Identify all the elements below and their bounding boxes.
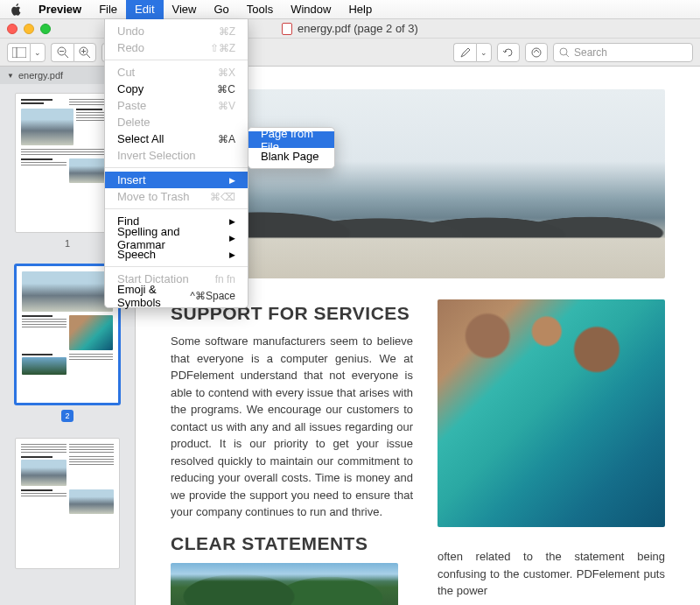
window-title: energy.pdf (page 2 of 3) [298, 22, 418, 35]
highlight-dropdown-button[interactable]: ⌄ [476, 43, 492, 62]
disclosure-triangle-icon: ▼ [7, 72, 14, 80]
menu-redo: Redo⇧⌘Z [105, 39, 248, 56]
menubar-file[interactable]: File [90, 0, 126, 19]
zoom-out-button[interactable] [51, 43, 74, 62]
sidebar-toggle-button[interactable] [7, 43, 30, 62]
svg-line-6 [87, 54, 90, 58]
section-heading-clear: CLEAR STATEMENTS [171, 533, 413, 554]
zoom-in-icon [79, 46, 91, 59]
page-number-badge: 2 [61, 410, 74, 422]
rotate-icon [502, 46, 514, 59]
markup-icon [530, 46, 542, 59]
markup-button[interactable] [525, 43, 548, 62]
minimize-window-button[interactable] [24, 24, 34, 34]
menubar-window[interactable]: Window [282, 0, 340, 19]
search-placeholder: Search [574, 46, 607, 59]
submenu-page-from-file[interactable]: Page from File… [248, 131, 334, 148]
page-thumbnail-3[interactable] [10, 438, 124, 569]
search-icon [559, 47, 570, 58]
search-input[interactable]: Search [553, 43, 693, 62]
menu-delete: Delete [105, 114, 248, 130]
menu-move-to-trash: Move to Trash⌘⌫ [105, 188, 248, 205]
menu-separator [105, 167, 248, 168]
submenu-arrow-icon: ▶ [229, 217, 235, 226]
menu-emoji[interactable]: Emoji & Symbols^⌘Space [105, 287, 248, 304]
menu-separator [105, 60, 248, 60]
page-number-label: 1 [65, 238, 70, 249]
pdf-file-icon [282, 23, 292, 35]
zoom-out-icon [57, 46, 69, 59]
highlight-button[interactable] [453, 43, 476, 62]
rotate-button[interactable] [497, 43, 520, 62]
highlighter-icon [459, 46, 472, 59]
menubar-tools[interactable]: Tools [238, 0, 282, 19]
menu-undo: Undo⌘Z [105, 23, 248, 39]
close-window-button[interactable] [7, 24, 18, 34]
forest-image [171, 563, 398, 606]
submenu-arrow-icon: ▶ [229, 250, 235, 259]
svg-rect-0 [12, 47, 26, 58]
zoom-in-button[interactable] [74, 43, 96, 62]
sidebar-dropdown-button[interactable]: ⌄ [30, 43, 46, 62]
svg-line-13 [566, 54, 569, 57]
menubar-go[interactable]: Go [205, 0, 237, 19]
menu-invert-selection: Invert Selection [105, 147, 248, 164]
sidebar-icon [12, 47, 26, 58]
beach-image [438, 299, 665, 527]
svg-line-3 [65, 54, 68, 58]
submenu-arrow-icon: ▶ [229, 176, 235, 185]
menubar-help[interactable]: Help [340, 0, 381, 19]
menu-select-all[interactable]: Select All⌘A [105, 130, 248, 147]
traffic-lights [7, 24, 51, 34]
menubar-view[interactable]: View [164, 0, 206, 19]
svg-point-12 [560, 48, 567, 55]
menubar: Preview File Edit View Go Tools Window H… [0, 0, 700, 19]
apple-icon[interactable] [10, 4, 23, 16]
menu-paste: Paste⌘V [105, 97, 248, 114]
menu-separator [105, 208, 248, 209]
menu-cut: Cut⌘X [105, 64, 248, 81]
menu-separator [105, 266, 248, 267]
menu-copy[interactable]: Copy⌘C [105, 81, 248, 97]
menu-spelling[interactable]: Spelling and Grammar▶ [105, 229, 248, 246]
edit-menu-dropdown: Undo⌘Z Redo⇧⌘Z Cut⌘X Copy⌘C Paste⌘V Dele… [104, 19, 248, 308]
section-body-right: often related to the statement being con… [438, 548, 665, 600]
submenu-arrow-icon: ▶ [229, 234, 235, 243]
menubar-edit[interactable]: Edit [126, 0, 163, 19]
fullscreen-window-button[interactable] [40, 24, 51, 34]
section-body-support: Some software manufacturers seem to beli… [171, 333, 413, 521]
menu-insert[interactable]: Insert▶ [105, 172, 248, 188]
chevron-down-icon: ⌄ [480, 48, 487, 57]
insert-submenu: Page from File… Blank Page [248, 127, 335, 169]
menubar-app[interactable]: Preview [30, 0, 90, 19]
chevron-down-icon: ⌄ [34, 48, 41, 57]
